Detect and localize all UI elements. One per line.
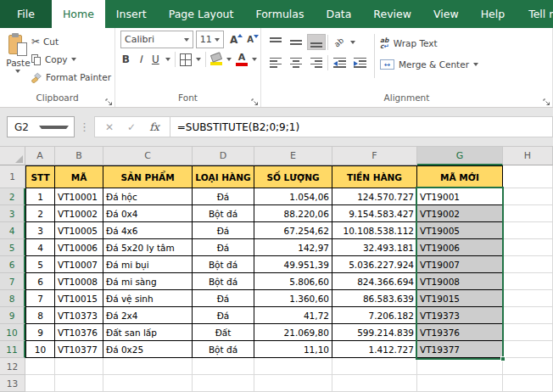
cell-E7[interactable]: 5.806,60: [254, 273, 332, 290]
cell-F13[interactable]: [332, 375, 417, 392]
cell-A6[interactable]: 5: [25, 256, 55, 273]
formula-bar-splitter[interactable]: ⋮: [75, 120, 94, 133]
cell-F6[interactable]: 5.036.227.924: [332, 256, 417, 273]
cell-A7[interactable]: 6: [25, 273, 55, 290]
wrap-text-button[interactable]: abc↵ Wrap Text: [380, 35, 478, 51]
cell-D10[interactable]: Đất: [193, 324, 254, 341]
cell-B9[interactable]: VT10373: [55, 307, 103, 324]
increase-indent-button[interactable]: [350, 54, 369, 70]
cell-E2[interactable]: 1.054,06: [254, 188, 332, 205]
cell-H2[interactable]: [503, 188, 553, 205]
cell-G12[interactable]: [417, 358, 503, 375]
underline-button[interactable]: U: [150, 53, 161, 65]
cell-E4[interactable]: 67.254,62: [254, 222, 332, 239]
row-header-6[interactable]: 6: [0, 256, 25, 273]
cell-A10[interactable]: 9: [25, 324, 55, 341]
copy-button[interactable]: Copy: [31, 52, 111, 67]
format-painter-button[interactable]: Format Painter: [31, 70, 111, 85]
cell-C11[interactable]: Đá 0x25: [103, 341, 193, 358]
cell-F12[interactable]: [332, 358, 417, 375]
fill-color-button[interactable]: [210, 53, 222, 65]
cell-C12[interactable]: [103, 358, 193, 375]
cell-A12[interactable]: [25, 358, 55, 375]
cell-G8[interactable]: VT19015: [417, 290, 503, 307]
cell-F5[interactable]: 32.493.181: [332, 239, 417, 256]
font-color-dropdown-arrow[interactable]: [252, 58, 257, 61]
cut-button[interactable]: ✂ Cut: [31, 34, 111, 49]
cell-E5[interactable]: 142,97: [254, 239, 332, 256]
cell-B2[interactable]: VT10001: [55, 188, 103, 205]
borders-dropdown-arrow[interactable]: [196, 58, 201, 61]
cell-C9[interactable]: Đá 2x4: [103, 307, 193, 324]
align-bottom-button[interactable]: [307, 34, 326, 50]
cell-F2[interactable]: 124.570.727: [332, 188, 417, 205]
cell-D5[interactable]: Đá: [193, 239, 254, 256]
cell-H13[interactable]: [503, 375, 553, 392]
cell-B7[interactable]: VT10008: [55, 273, 103, 290]
tab-file[interactable]: File: [0, 0, 52, 28]
column-header-C[interactable]: C: [103, 147, 193, 165]
cell-B1[interactable]: MÃ: [55, 165, 103, 188]
cell-F4[interactable]: 10.108.538.112: [332, 222, 417, 239]
column-header-A[interactable]: A: [25, 147, 55, 165]
cell-E8[interactable]: 1.360,60: [254, 290, 332, 307]
cell-D7[interactable]: Bột đá: [193, 273, 254, 290]
cell-H11[interactable]: [503, 341, 553, 358]
column-header-F[interactable]: F: [332, 147, 417, 165]
cell-B4[interactable]: VT10005: [55, 222, 103, 239]
tab-review[interactable]: Review: [362, 0, 422, 28]
cell-F11[interactable]: 1.412.727: [332, 341, 417, 358]
row-header-4[interactable]: 4: [0, 222, 25, 239]
cell-H4[interactable]: [503, 222, 553, 239]
cell-D9[interactable]: Đá: [193, 307, 254, 324]
cell-C7[interactable]: Đá mi sàng: [103, 273, 193, 290]
cell-D3[interactable]: Bột đá: [193, 205, 254, 222]
cell-A1[interactable]: STT: [25, 165, 55, 188]
cell-C2[interactable]: Đá hộc: [103, 188, 193, 205]
cancel-formula-button[interactable]: ✕: [105, 121, 114, 133]
cell-A8[interactable]: 7: [25, 290, 55, 307]
tab-page-layout[interactable]: Page Layout: [158, 0, 245, 28]
paste-button[interactable]: Paste: [5, 31, 31, 91]
cell-A4[interactable]: 3: [25, 222, 55, 239]
cell-B12[interactable]: [55, 358, 103, 375]
cell-D8[interactable]: Đá: [193, 290, 254, 307]
row-header-5[interactable]: 5: [0, 239, 25, 256]
cell-E6[interactable]: 49.951,39: [254, 256, 332, 273]
cell-C4[interactable]: Đá 4x6: [103, 222, 193, 239]
cell-H3[interactable]: [503, 205, 553, 222]
row-header-11[interactable]: 11: [0, 341, 25, 358]
orientation-button[interactable]: ab: [330, 34, 349, 50]
cell-H5[interactable]: [503, 239, 553, 256]
column-header-E[interactable]: E: [254, 147, 332, 165]
cell-A11[interactable]: 10: [25, 341, 55, 358]
font-color-button[interactable]: A: [236, 53, 248, 66]
cell-B10[interactable]: VT10376: [55, 324, 103, 341]
cell-C6[interactable]: Đá mi bụi: [103, 256, 193, 273]
cell-G9[interactable]: VT19373: [417, 307, 503, 324]
row-header-2[interactable]: 2: [0, 188, 25, 205]
cell-E11[interactable]: 11,10: [254, 341, 332, 358]
merge-center-button[interactable]: ↔ Merge & Center: [380, 56, 478, 72]
align-right-button[interactable]: [307, 54, 326, 70]
cell-G4[interactable]: VT19005: [417, 222, 503, 239]
tell-me-box[interactable]: Tell me w: [516, 0, 553, 28]
cell-H9[interactable]: [503, 307, 553, 324]
cell-D6[interactable]: Bột đá: [193, 256, 254, 273]
align-center-button[interactable]: [287, 54, 305, 70]
cell-C5[interactable]: Đá 5x20 ly tâm: [103, 239, 193, 256]
row-header-13[interactable]: 13: [0, 375, 25, 392]
cell-G5[interactable]: VT19006: [417, 239, 503, 256]
align-left-button[interactable]: [266, 54, 285, 70]
column-header-B[interactable]: B: [55, 147, 103, 165]
cell-A9[interactable]: 8: [25, 307, 55, 324]
orientation-dropdown-arrow[interactable]: [350, 41, 355, 44]
cell-G11[interactable]: VT19377: [417, 341, 503, 358]
column-header-H[interactable]: H: [503, 147, 553, 165]
tab-help[interactable]: Help: [470, 0, 517, 28]
name-box[interactable]: G2: [7, 116, 75, 137]
cell-G10[interactable]: VT19376: [417, 324, 503, 341]
clipboard-dialog-launcher[interactable]: [104, 96, 113, 104]
cell-E12[interactable]: [254, 358, 332, 375]
cell-G1[interactable]: MÃ MỚI: [417, 165, 503, 188]
